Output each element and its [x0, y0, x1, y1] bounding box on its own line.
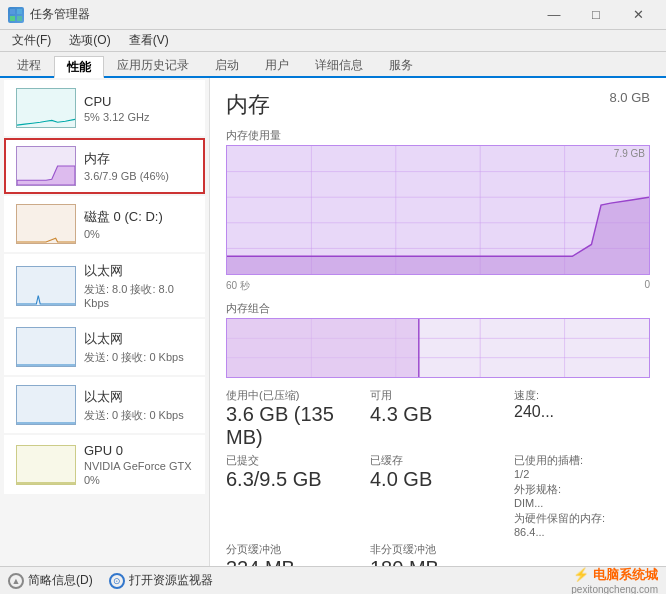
- svg-rect-1: [17, 9, 22, 14]
- gpu-value2: 0%: [84, 474, 193, 486]
- gpu-label: GPU 0: [84, 443, 193, 458]
- eth1-value: 发送: 8.0 接收: 8.0 Kbps: [84, 282, 193, 309]
- disk-value: 0%: [84, 228, 193, 240]
- eth3-label: 以太网: [84, 388, 193, 406]
- memory-info: 内存 3.6/7.9 GB (46%): [84, 150, 193, 182]
- cpu-mini-graph: .gcpu{stroke:#00aaaa;stroke-width:1.2;fi…: [16, 88, 76, 128]
- time-label-left: 60 秒: [226, 279, 250, 293]
- maximize-button[interactable]: □: [576, 4, 616, 26]
- bottom-left: ▲ 简略信息(D) ⊙ 打开资源监视器: [8, 572, 213, 589]
- perf-item-memory[interactable]: .gmem{stroke:#9955cc;stroke-width:1.2;fi…: [4, 138, 205, 194]
- watermark-area: ⚡ 电脑系统城 pexitongcheng.com: [571, 566, 658, 594]
- committed-value: 6.3/9.5 GB: [226, 468, 362, 491]
- open-monitor-button[interactable]: ⊙ 打开资源监视器: [109, 572, 213, 589]
- perf-item-cpu[interactable]: .gcpu{stroke:#00aaaa;stroke-width:1.2;fi…: [4, 80, 205, 136]
- minimize-button[interactable]: —: [534, 4, 574, 26]
- memory-mini-graph: .gmem{stroke:#9955cc;stroke-width:1.2;fi…: [16, 146, 76, 186]
- menu-bar: 文件(F) 选项(O) 查看(V): [0, 30, 666, 52]
- tab-startup[interactable]: 启动: [202, 54, 252, 76]
- speed-label: 速度:: [514, 388, 650, 403]
- slots-label: 已使用的插槽:: [514, 453, 650, 468]
- stat-cached: 已缓存 4.0 GB: [370, 453, 506, 538]
- left-panel: .gcpu{stroke:#00aaaa;stroke-width:1.2;fi…: [0, 78, 210, 566]
- disk-mini-graph: [16, 204, 76, 244]
- eth3-info: 以太网 发送: 0 接收: 0 Kbps: [84, 388, 193, 423]
- nonpaged-pool-label: 非分页缓冲池: [370, 542, 506, 557]
- paged-pool-value: 324 MB: [226, 557, 362, 566]
- stat-available: 可用 4.3 GB: [370, 388, 506, 449]
- available-value: 4.3 GB: [370, 403, 506, 426]
- eth1-mini-graph: [16, 266, 76, 306]
- speed-value: 240...: [514, 403, 650, 421]
- cpu-label: CPU: [84, 94, 193, 109]
- monitor-icon: ⊙: [109, 573, 125, 589]
- svg-rect-3: [17, 16, 22, 21]
- perf-item-disk[interactable]: 磁盘 0 (C: D:) 0%: [4, 196, 205, 252]
- form-factor-value: DIM...: [514, 497, 650, 509]
- eth2-label: 以太网: [84, 330, 193, 348]
- eth2-mini-graph: [16, 327, 76, 367]
- in-use-label: 使用中(已压缩): [226, 388, 362, 403]
- watermark-url: pexitongcheng.com: [571, 584, 658, 594]
- cached-value: 4.0 GB: [370, 468, 506, 491]
- tab-app-history[interactable]: 应用历史记录: [104, 54, 202, 76]
- memory-label: 内存: [84, 150, 193, 168]
- tab-users[interactable]: 用户: [252, 54, 302, 76]
- menu-options[interactable]: 选项(O): [61, 30, 118, 51]
- slots-value: 1/2: [514, 468, 650, 480]
- window-controls: — □ ✕: [534, 4, 658, 26]
- menu-file[interactable]: 文件(F): [4, 30, 59, 51]
- disk-label: 磁盘 0 (C: D:): [84, 208, 193, 226]
- close-button[interactable]: ✕: [618, 4, 658, 26]
- memory-value: 3.6/7.9 GB (46%): [84, 170, 193, 182]
- eth2-value: 发送: 0 接收: 0 Kbps: [84, 350, 193, 365]
- watermark-brand: ⚡ 电脑系统城: [573, 566, 658, 584]
- stat-nonpaged-pool: 非分页缓冲池 180 MB: [370, 542, 506, 566]
- perf-item-gpu[interactable]: GPU 0 NVIDIA GeForce GTX 0%: [4, 435, 205, 494]
- form-factor-label: 外形规格:: [514, 482, 650, 497]
- stat-committed: 已提交 6.3/9.5 GB: [226, 453, 362, 538]
- eth2-info: 以太网 发送: 0 接收: 0 Kbps: [84, 330, 193, 365]
- tab-details[interactable]: 详细信息: [302, 54, 376, 76]
- title-bar-left: 任务管理器: [8, 6, 90, 23]
- paged-pool-label: 分页缓冲池: [226, 542, 362, 557]
- svg-marker-13: [227, 197, 649, 274]
- svg-rect-2: [10, 16, 15, 21]
- right-header: 内存 8.0 GB: [226, 90, 650, 120]
- svg-marker-4: [17, 166, 75, 185]
- chart-max-label: 7.9 GB: [614, 148, 645, 159]
- combo-chart-label: 内存组合: [226, 301, 650, 316]
- perf-item-eth3[interactable]: 以太网 发送: 0 接收: 0 Kbps: [4, 377, 205, 433]
- eth3-mini-graph: [16, 385, 76, 425]
- bottom-bar: ▲ 简略信息(D) ⊙ 打开资源监视器 ⚡ 电脑系统城 pexitongchen…: [0, 566, 666, 594]
- stat-slots: 已使用的插槽: 1/2 外形规格: DIM... 为硬件保留的内存: 86.4.…: [514, 453, 650, 538]
- tab-processes[interactable]: 进程: [4, 54, 54, 76]
- right-title: 内存: [226, 90, 270, 120]
- stat-paged-pool: 分页缓冲池 324 MB: [226, 542, 362, 566]
- svg-rect-0: [10, 9, 15, 14]
- time-label-right: 0: [644, 279, 650, 293]
- gpu-info: GPU 0 NVIDIA GeForce GTX 0%: [84, 443, 193, 486]
- window-title: 任务管理器: [30, 6, 90, 23]
- title-bar: 任务管理器 — □ ✕: [0, 0, 666, 30]
- memory-usage-chart: 7.9 GB: [226, 145, 650, 275]
- stat-speed: 速度: 240...: [514, 388, 650, 449]
- perf-item-eth1[interactable]: 以太网 发送: 8.0 接收: 8.0 Kbps: [4, 254, 205, 317]
- svg-rect-20: [227, 319, 419, 377]
- brief-info-button[interactable]: ▲ 简略信息(D): [8, 572, 93, 589]
- disk-info: 磁盘 0 (C: D:) 0%: [84, 208, 193, 240]
- main-content: .gcpu{stroke:#00aaaa;stroke-width:1.2;fi…: [0, 78, 666, 566]
- brief-info-icon: ▲: [8, 573, 24, 589]
- time-labels: 60 秒 0: [226, 279, 650, 293]
- reserved-value: 86.4...: [514, 526, 650, 538]
- nonpaged-pool-value: 180 MB: [370, 557, 506, 566]
- committed-label: 已提交: [226, 453, 362, 468]
- app-icon: [8, 7, 24, 23]
- tab-bar: 进程 性能 应用历史记录 启动 用户 详细信息 服务: [0, 52, 666, 78]
- perf-item-eth2[interactable]: 以太网 发送: 0 接收: 0 Kbps: [4, 319, 205, 375]
- tab-performance[interactable]: 性能: [54, 56, 104, 78]
- menu-view[interactable]: 查看(V): [121, 30, 177, 51]
- cached-label: 已缓存: [370, 453, 506, 468]
- tab-services[interactable]: 服务: [376, 54, 426, 76]
- eth1-label: 以太网: [84, 262, 193, 280]
